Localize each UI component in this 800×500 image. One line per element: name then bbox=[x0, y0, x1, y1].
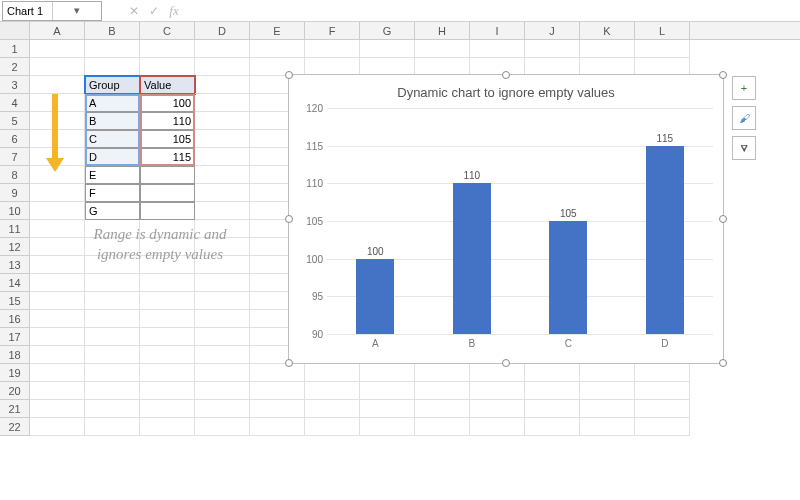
cell[interactable] bbox=[30, 418, 85, 436]
cell[interactable] bbox=[85, 328, 140, 346]
cell[interactable]: A bbox=[85, 94, 140, 112]
cell[interactable]: C bbox=[85, 130, 140, 148]
row-header[interactable]: 14 bbox=[0, 274, 30, 292]
chart-resize-handle[interactable] bbox=[285, 215, 293, 223]
row-header[interactable]: 15 bbox=[0, 292, 30, 310]
chart-resize-handle[interactable] bbox=[719, 215, 727, 223]
cell[interactable] bbox=[195, 400, 250, 418]
row-header[interactable]: 11 bbox=[0, 220, 30, 238]
cell[interactable] bbox=[30, 256, 85, 274]
row-header[interactable]: 20 bbox=[0, 382, 30, 400]
cell[interactable] bbox=[635, 382, 690, 400]
cell[interactable] bbox=[360, 364, 415, 382]
cell[interactable] bbox=[30, 274, 85, 292]
cell[interactable] bbox=[140, 400, 195, 418]
cell[interactable] bbox=[140, 328, 195, 346]
cell[interactable] bbox=[635, 418, 690, 436]
cell[interactable]: 115 bbox=[140, 148, 195, 166]
row-header[interactable]: 19 bbox=[0, 364, 30, 382]
cell[interactable] bbox=[305, 40, 360, 58]
cell[interactable]: E bbox=[85, 166, 140, 184]
cell[interactable] bbox=[250, 40, 305, 58]
cell[interactable] bbox=[195, 148, 250, 166]
cell[interactable] bbox=[360, 40, 415, 58]
cell[interactable] bbox=[195, 112, 250, 130]
cell[interactable] bbox=[140, 418, 195, 436]
cell[interactable] bbox=[195, 292, 250, 310]
cell[interactable] bbox=[250, 382, 305, 400]
cell[interactable] bbox=[195, 166, 250, 184]
cell[interactable] bbox=[85, 400, 140, 418]
bar[interactable] bbox=[356, 259, 394, 334]
cell[interactable] bbox=[580, 40, 635, 58]
cell[interactable] bbox=[140, 292, 195, 310]
bar[interactable] bbox=[549, 221, 587, 334]
cell[interactable] bbox=[250, 364, 305, 382]
cell[interactable]: D bbox=[85, 148, 140, 166]
cell[interactable] bbox=[140, 202, 195, 220]
cell[interactable] bbox=[470, 40, 525, 58]
cell[interactable] bbox=[30, 184, 85, 202]
cell[interactable] bbox=[30, 292, 85, 310]
column-header[interactable]: L bbox=[635, 22, 690, 39]
row-header[interactable]: 5 bbox=[0, 112, 30, 130]
row-header[interactable]: 17 bbox=[0, 328, 30, 346]
cell[interactable] bbox=[470, 382, 525, 400]
chart-resize-handle[interactable] bbox=[502, 71, 510, 79]
chevron-down-icon[interactable]: ▾ bbox=[52, 2, 102, 20]
cell[interactable] bbox=[140, 382, 195, 400]
bar[interactable] bbox=[453, 183, 491, 334]
cell[interactable] bbox=[140, 166, 195, 184]
cell[interactable] bbox=[85, 364, 140, 382]
column-header[interactable]: B bbox=[85, 22, 140, 39]
chart-filters-button[interactable]: ⛛ bbox=[732, 136, 756, 160]
cell[interactable]: 105 bbox=[140, 130, 195, 148]
cell[interactable] bbox=[305, 400, 360, 418]
cell[interactable] bbox=[85, 58, 140, 76]
cell[interactable] bbox=[195, 310, 250, 328]
cell[interactable] bbox=[30, 382, 85, 400]
cell[interactable] bbox=[305, 382, 360, 400]
cell[interactable] bbox=[30, 220, 85, 238]
cell[interactable] bbox=[85, 292, 140, 310]
cell[interactable]: G bbox=[85, 202, 140, 220]
cell[interactable] bbox=[415, 40, 470, 58]
row-header[interactable]: 8 bbox=[0, 166, 30, 184]
row-header[interactable]: 1 bbox=[0, 40, 30, 58]
chart-object[interactable]: Dynamic chart to ignore empty values 909… bbox=[288, 74, 724, 364]
cell[interactable] bbox=[470, 418, 525, 436]
cell[interactable] bbox=[30, 238, 85, 256]
chart-resize-handle[interactable] bbox=[719, 359, 727, 367]
chart-title[interactable]: Dynamic chart to ignore empty values bbox=[289, 75, 723, 104]
cell[interactable] bbox=[195, 364, 250, 382]
cell[interactable] bbox=[250, 418, 305, 436]
cell[interactable] bbox=[415, 364, 470, 382]
cell[interactable] bbox=[30, 364, 85, 382]
cell[interactable] bbox=[195, 76, 250, 94]
cell[interactable] bbox=[415, 418, 470, 436]
cell[interactable] bbox=[30, 40, 85, 58]
column-header[interactable]: K bbox=[580, 22, 635, 39]
cell[interactable] bbox=[85, 418, 140, 436]
cell[interactable] bbox=[30, 76, 85, 94]
cell[interactable] bbox=[195, 184, 250, 202]
row-header[interactable]: 22 bbox=[0, 418, 30, 436]
cell[interactable] bbox=[525, 400, 580, 418]
select-all-corner[interactable] bbox=[0, 22, 30, 39]
cell[interactable] bbox=[635, 364, 690, 382]
cell[interactable] bbox=[580, 400, 635, 418]
chart-plot-area[interactable]: 9095100105110115120100110105115 bbox=[327, 108, 713, 334]
cell[interactable] bbox=[140, 184, 195, 202]
cell[interactable] bbox=[85, 40, 140, 58]
column-header[interactable]: C bbox=[140, 22, 195, 39]
column-header[interactable]: E bbox=[250, 22, 305, 39]
cell[interactable] bbox=[85, 382, 140, 400]
cell[interactable] bbox=[30, 310, 85, 328]
cell[interactable] bbox=[195, 58, 250, 76]
cell[interactable] bbox=[195, 40, 250, 58]
fx-icon[interactable]: fx bbox=[166, 3, 182, 19]
column-header[interactable]: D bbox=[195, 22, 250, 39]
column-header[interactable]: J bbox=[525, 22, 580, 39]
column-header[interactable]: A bbox=[30, 22, 85, 39]
cell[interactable] bbox=[525, 382, 580, 400]
